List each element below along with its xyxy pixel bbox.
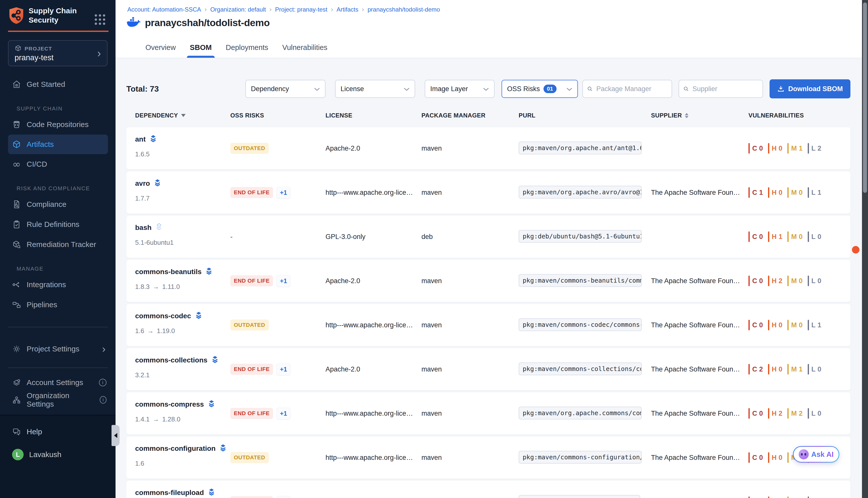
risk-more-badge[interactable]: +1 <box>276 275 290 287</box>
oss-risks-cell: END OF LIFE+1 <box>230 187 325 198</box>
sidebar-item-compliance[interactable]: Compliance <box>0 194 116 214</box>
risk-more-badge[interactable]: +1 <box>276 187 290 198</box>
severity-letter: H <box>772 189 777 197</box>
org-gear-icon <box>12 395 21 404</box>
sidebar-collapse-handle[interactable] <box>112 425 119 446</box>
severity-letter: C <box>752 277 758 285</box>
vuln-critical: C0 <box>749 143 763 154</box>
page-header: Account: Automation-SSCA›Organization: d… <box>116 0 868 58</box>
table-row[interactable]: commons-configuration1.6OUTDATEDhttp---w… <box>126 436 851 479</box>
vuln-high: H0 <box>768 497 782 498</box>
table-row[interactable]: commons-fileuploadEND OF LIFE+1Apache-2.… <box>126 481 851 498</box>
supplier-input[interactable] <box>692 85 759 93</box>
vuln-low: L0 <box>808 232 821 242</box>
package-manager-search[interactable] <box>582 80 672 98</box>
severity-letter: H <box>772 233 777 241</box>
table-row[interactable]: commons-compress1.4.1→1.28.0END OF LIFE+… <box>126 392 851 434</box>
sidebar-item-remediation-tracker[interactable]: Remediation Tracker <box>0 234 116 254</box>
filter-label: OSS Risks <box>507 85 540 93</box>
table-row[interactable]: commons-codec1.6→1.19.0OUTDATEDhttp---ww… <box>126 304 851 346</box>
vuln-low: L0 <box>808 408 821 419</box>
breadcrumb-link-account[interactable]: Account: Automation-SSCA <box>127 6 201 13</box>
supplier-cell: The Apache Software Foun… <box>651 366 741 373</box>
download-sbom-button[interactable]: Download SBOM <box>769 79 851 99</box>
tab-vulnerabilities[interactable]: Vulnerabilities <box>281 43 328 58</box>
purl-cell: pkg:maven/commons-codec/commons-… <box>519 318 651 332</box>
severity-letter: M <box>791 321 798 329</box>
severity-bar <box>768 364 769 375</box>
column-header-label: DEPENDENCY <box>135 112 178 119</box>
dependency-cell: commons-configuration1.6 <box>135 436 230 479</box>
notification-dot <box>852 246 859 253</box>
severity-bar <box>749 276 750 286</box>
risk-more-badge[interactable]: +1 <box>276 364 290 375</box>
sidebar-item-rule-definitions[interactable]: Rule Definitions <box>0 214 116 234</box>
purl-chip[interactable]: pkg:maven/commons-collections/co… <box>519 363 642 375</box>
severity-bar <box>787 232 789 242</box>
column-header-supplier[interactable]: SUPPLIER <box>651 112 749 119</box>
severity-count: 1 <box>817 189 821 197</box>
filter-dropdown-dependency[interactable]: Dependency <box>245 80 325 98</box>
filter-dropdown-image-layer[interactable]: Image Layer <box>425 80 494 98</box>
table-row[interactable]: avro1.7.7END OF LIFE+1http---www.apache.… <box>126 171 851 214</box>
purl-chip[interactable]: pkg:maven/org.apache.ant/ant@1.6… <box>519 142 642 154</box>
breadcrumb-link-project[interactable]: Project: pranay-test <box>275 6 327 13</box>
severity-bar <box>749 364 750 375</box>
severity-count: 0 <box>817 233 821 241</box>
vulnerabilities-cell: C0H2M2L0 <box>749 408 851 419</box>
sidebar-item-organization-settings[interactable]: Organization Settings <box>0 391 116 409</box>
supplier-search[interactable] <box>678 80 763 98</box>
table-row[interactable]: commons-collections3.2.1END OF LIFE+1Apa… <box>126 348 851 390</box>
risk-more-badge[interactable]: +1 <box>276 496 290 498</box>
filter-dropdown-license[interactable]: License <box>335 80 415 98</box>
purl-chip[interactable]: pkg:deb/ubuntu/bash@5.1-6ubuntu1 <box>519 230 642 243</box>
table-row[interactable]: bash5.1-6ubuntu1-GPL-3.0-onlydebpkg:deb/… <box>126 215 851 258</box>
sidebar-item-help[interactable]: Help <box>0 422 116 442</box>
sidebar-item-project-settings[interactable]: Project Settings› <box>0 340 116 358</box>
oss-risks-cell: - <box>230 233 325 241</box>
tab-deployments[interactable]: Deployments <box>225 43 269 58</box>
sidebar-item-artifacts[interactable]: Artifacts <box>8 134 108 154</box>
apps-grid-icon[interactable] <box>93 13 107 27</box>
sidebar-item-get-started[interactable]: Get Started <box>0 74 116 94</box>
scrollbar[interactable] <box>862 0 868 498</box>
severity-bar <box>768 232 769 242</box>
severity-count: 0 <box>759 145 763 152</box>
sidebar-item-code-repositories[interactable]: Code Repositories <box>0 115 116 134</box>
severity-bar <box>768 276 769 286</box>
purl-chip[interactable]: pkg:maven/org.apache.avro/avro@1… <box>519 186 642 198</box>
tab-sbom[interactable]: SBOM <box>189 43 213 58</box>
purl-chip[interactable]: pkg:maven/commons-configuration/… <box>519 451 642 463</box>
sidebar-item-cicd[interactable]: ∞CI/CD <box>0 154 116 174</box>
severity-bar <box>787 408 789 419</box>
table-row[interactable]: ant1.6.5OUTDATEDApache-2.0mavenpkg:maven… <box>126 127 851 169</box>
filter-label: Image Layer <box>430 85 468 93</box>
package-manager-input[interactable] <box>596 85 668 93</box>
risk-more-badge[interactable]: +1 <box>276 408 290 419</box>
purl-chip[interactable]: pkg:maven/commons-beanutils/comm… <box>519 274 642 287</box>
breadcrumb-link-artifacts[interactable]: Artifacts <box>337 6 359 13</box>
sidebar-item-account-settings[interactable]: Account Settings <box>0 374 116 392</box>
project-selector[interactable]: PROJECT pranay-test › <box>8 40 107 66</box>
filter-dropdown-oss-risks[interactable]: OSS Risks01 <box>502 80 578 98</box>
purl-chip[interactable]: pkg:maven/commons-codec/commons-… <box>519 318 642 331</box>
purl-cell: pkg:maven/commons-fileupload/… <box>519 495 651 498</box>
sidebar-item-integrations[interactable]: Integrations <box>0 275 116 295</box>
severity-count: 0 <box>779 366 782 373</box>
page-title: pranaycshah/todolist-demo <box>145 17 270 28</box>
column-header-dependency[interactable]: DEPENDENCY <box>135 112 230 119</box>
severity-bar <box>808 276 809 286</box>
purl-chip[interactable]: pkg:maven/org.apache.commons/com… <box>519 407 642 419</box>
scrollbar-thumb[interactable] <box>863 2 867 193</box>
sidebar-item-pipelines[interactable]: Pipelines <box>0 295 116 315</box>
breadcrumb-link-organization[interactable]: Organization: default <box>210 6 266 13</box>
ask-ai-button[interactable]: Ask AI <box>793 446 839 463</box>
breadcrumb-link-pranaycshah-todolist-demo[interactable]: pranaycshah/todolist-demo <box>367 6 440 13</box>
vuln-medium: M1 <box>787 143 803 154</box>
purl-chip[interactable]: pkg:maven/commons-fileupload/… <box>519 495 640 498</box>
tab-overview[interactable]: Overview <box>144 43 177 58</box>
user-menu[interactable]: L Lavakush <box>0 445 116 464</box>
table-row[interactable]: commons-beanutils1.8.3→1.11.0END OF LIFE… <box>126 260 851 302</box>
oss-risks-cell: END OF LIFE+1 <box>230 408 325 419</box>
severity-count: 0 <box>759 233 763 241</box>
